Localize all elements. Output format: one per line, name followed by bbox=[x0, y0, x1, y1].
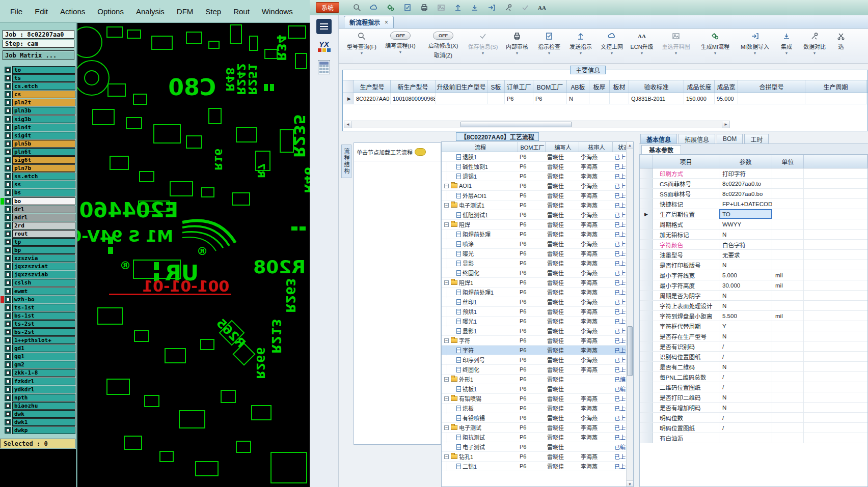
vscroll-thumb[interactable] bbox=[627, 326, 633, 376]
layer-visibility-checkbox[interactable] bbox=[5, 165, 11, 171]
column-header[interactable]: 参数 bbox=[719, 155, 772, 168]
process-row[interactable]: 碱性蚀刻1P6雷晓佳李海燕已上传 bbox=[442, 162, 633, 171]
param-row[interactable]: 周期是否为阴字N bbox=[640, 291, 867, 301]
layer-name[interactable]: ss bbox=[12, 181, 75, 188]
layer-name[interactable]: pln5b bbox=[12, 140, 75, 148]
layer-name[interactable]: cslsh bbox=[12, 279, 75, 287]
tab-close-icon[interactable]: × bbox=[385, 19, 388, 26]
layer-name[interactable]: cs.etch bbox=[12, 82, 75, 90]
process-row[interactable]: 低阻测试1P6雷晓佳李海燕已上传 bbox=[442, 210, 633, 220]
tab-工时[interactable]: 工时 bbox=[744, 134, 769, 144]
dropdown-caret[interactable]: ▼ bbox=[813, 51, 817, 55]
process-name[interactable]: 碱性蚀刻1 bbox=[463, 162, 488, 170]
layer-visibility-checkbox[interactable] bbox=[5, 173, 11, 180]
layer-visibility-checkbox[interactable] bbox=[5, 91, 11, 98]
param-row[interactable]: 最小字符高度30.000mil bbox=[640, 280, 867, 291]
column-header[interactable]: 板厚 bbox=[589, 80, 610, 93]
layer-visibility-checkbox[interactable] bbox=[5, 255, 11, 262]
layer-name[interactable]: dwk bbox=[12, 410, 75, 418]
main-info-hscrollbar[interactable]: ◄ ► bbox=[344, 121, 730, 128]
menu-actions[interactable]: Actions bbox=[60, 7, 85, 16]
layer-visibility-checkbox[interactable] bbox=[5, 403, 11, 409]
layer-name[interactable]: bo bbox=[12, 197, 75, 205]
tab-basic-parameters[interactable]: 基本参数 bbox=[641, 145, 681, 154]
process-row[interactable]: 烘板P6雷晓佳李海燕已上传 bbox=[442, 404, 633, 413]
layer-visibility-checkbox[interactable] bbox=[5, 140, 11, 147]
send-icon[interactable] bbox=[453, 3, 463, 12]
layer-name[interactable]: xzszvia bbox=[12, 254, 75, 262]
toolbar-button[interactable]: 重选开料图▼ bbox=[657, 31, 695, 55]
process-row[interactable]: −阻焊1P6雷晓佳李海燕已上传 bbox=[442, 278, 633, 288]
dropdown-caret[interactable]: ▼ bbox=[481, 51, 485, 55]
process-name[interactable]: 烘板 bbox=[463, 404, 474, 412]
dropdown-caret[interactable]: ▼ bbox=[714, 51, 717, 55]
layer-visibility-checkbox[interactable] bbox=[5, 353, 11, 360]
menu-analysis[interactable]: Analysis bbox=[136, 7, 165, 16]
layer-name[interactable]: bp bbox=[12, 246, 75, 254]
column-header[interactable]: S板 bbox=[487, 80, 505, 93]
menu-rout[interactable]: Rout bbox=[233, 7, 250, 16]
layer-visibility-checkbox[interactable] bbox=[5, 337, 11, 343]
param-value[interactable]: 5.000 bbox=[719, 270, 772, 280]
menu-windows[interactable]: Windows bbox=[262, 7, 293, 16]
layer-visibility-checkbox[interactable] bbox=[5, 157, 11, 163]
process-row[interactable]: −字符P6雷晓佳李海燕已上传 bbox=[442, 336, 633, 346]
process-row[interactable]: −钻孔1P6雷晓佳李海燕已上传 bbox=[442, 452, 633, 462]
param-value[interactable]: / bbox=[719, 352, 772, 361]
scroll-up-arrow[interactable]: ▲ bbox=[627, 142, 633, 149]
param-value[interactable]: 8c02207aa0.bo bbox=[719, 189, 772, 198]
layer-name[interactable]: cs bbox=[12, 91, 75, 98]
layer-name[interactable]: ewmt bbox=[12, 288, 75, 295]
process-row[interactable]: 曝光P6雷晓佳李海燕已上传 bbox=[442, 249, 633, 259]
layer-visibility-checkbox[interactable] bbox=[5, 411, 11, 417]
param-value[interactable]: 打印字符 bbox=[719, 168, 772, 178]
param-row[interactable]: 是否存在生产型号N bbox=[640, 331, 867, 341]
cell[interactable]: 150.000 bbox=[684, 93, 715, 104]
layer-visibility-checkbox[interactable] bbox=[5, 271, 11, 278]
layer-visibility-checkbox[interactable] bbox=[5, 67, 11, 73]
scroll-right-arrow[interactable]: ► bbox=[722, 121, 729, 128]
cell[interactable]: 10010800090968 bbox=[391, 93, 436, 104]
layer-name[interactable]: drl bbox=[12, 206, 75, 213]
hscroll-thumb[interactable] bbox=[460, 122, 572, 127]
job-name-field[interactable]: Job : 8c02207aa0 bbox=[3, 30, 74, 39]
layer-name[interactable]: tp bbox=[12, 238, 75, 246]
param-value[interactable]: N bbox=[719, 230, 772, 239]
tree-column-header[interactable]: 核审人 bbox=[579, 142, 613, 152]
tree-column-header[interactable]: 编写人 bbox=[546, 142, 579, 152]
layer-visibility-checkbox[interactable] bbox=[5, 378, 11, 385]
layer-name[interactable]: zkk-1-8 bbox=[12, 369, 75, 377]
process-name[interactable]: 钻孔1 bbox=[459, 452, 473, 461]
process-name[interactable]: 曝光 bbox=[463, 249, 474, 257]
layer-visibility-checkbox[interactable] bbox=[5, 321, 11, 327]
dropdown-caret[interactable]: ▼ bbox=[753, 51, 757, 55]
cell[interactable] bbox=[610, 93, 629, 104]
column-header[interactable]: 单位 bbox=[772, 155, 804, 168]
layer-name[interactable]: 2rd bbox=[12, 222, 75, 230]
layer-visibility-checkbox[interactable] bbox=[5, 419, 11, 425]
layer-name[interactable]: jqxzszviat bbox=[12, 263, 75, 270]
dropdown-caret[interactable]: ▼ bbox=[674, 51, 678, 55]
tab-拓展信息[interactable]: 拓展信息 bbox=[679, 134, 715, 144]
process-name[interactable]: 字符 bbox=[459, 336, 470, 345]
layer-visibility-checkbox[interactable] bbox=[5, 99, 11, 106]
dropdown-caret[interactable]: ▼ bbox=[516, 51, 519, 55]
expander-icon[interactable]: − bbox=[444, 454, 449, 459]
system-button[interactable]: 系统 bbox=[316, 2, 339, 13]
step-name-field[interactable]: Step: cam bbox=[3, 40, 74, 48]
font-icon[interactable]: AA bbox=[537, 3, 547, 12]
param-row[interactable]: 字符到焊盘最小距离5.500mil bbox=[640, 311, 867, 321]
menu-options[interactable]: Options bbox=[97, 7, 124, 16]
layer-visibility-checkbox[interactable] bbox=[5, 107, 11, 114]
column-header[interactable]: 成品宽 bbox=[715, 80, 738, 93]
expander-icon[interactable]: − bbox=[444, 222, 449, 227]
param-value[interactable]: 白色字符 bbox=[719, 240, 772, 249]
image-icon[interactable] bbox=[437, 3, 446, 12]
cell[interactable] bbox=[487, 93, 505, 104]
layer-name[interactable]: pln6t bbox=[12, 148, 75, 156]
layer-visibility-checkbox[interactable] bbox=[5, 279, 11, 286]
tab-BOM[interactable]: BOM bbox=[717, 134, 743, 144]
layer-name[interactable]: biaozhu bbox=[12, 402, 75, 410]
column-header[interactable]: 订单工厂 bbox=[505, 80, 533, 93]
column-header[interactable]: 板材 bbox=[610, 80, 629, 93]
